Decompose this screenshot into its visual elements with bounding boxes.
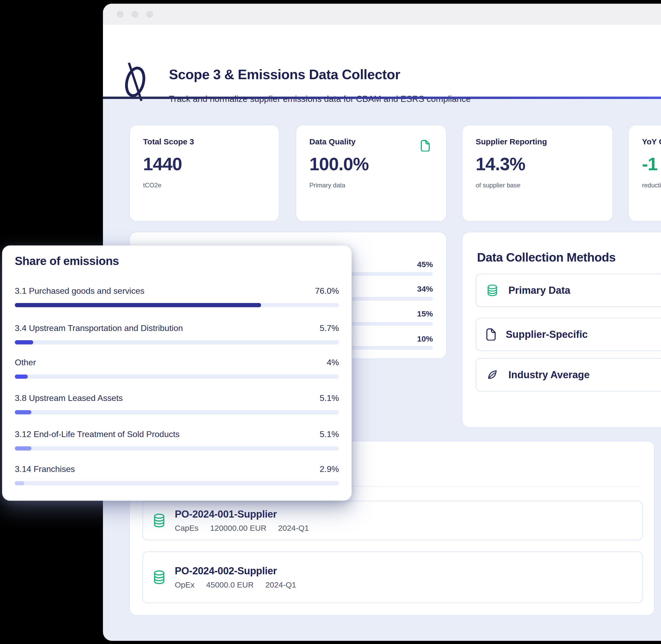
stat-label: YoY Change <box>642 137 661 146</box>
emission-label: 3.14 Franchises <box>15 464 75 474</box>
method-label: Industry Average <box>508 369 590 381</box>
emission-bar-track <box>15 481 339 485</box>
window-close-icon[interactable] <box>117 11 123 18</box>
stat-card-yoy-change: YoY Change -1 reduction <box>628 124 661 222</box>
emission-bar-fill <box>15 481 24 485</box>
emission-bar-track <box>15 410 339 414</box>
share-of-emissions-overlay: Share of emissions 3.1 Purchased goods a… <box>2 246 351 501</box>
emission-bar-fill <box>15 410 31 414</box>
window-minimize-icon[interactable] <box>132 11 138 18</box>
emission-row: 3.4 Upstream Transportation and Distribu… <box>15 323 339 344</box>
method-item-supplier-specific[interactable]: Supplier-Specific <box>476 318 661 351</box>
category-pct-label: 45% <box>417 259 433 270</box>
emission-label: 3.8 Upstream Leased Assets <box>15 393 123 403</box>
stat-sub: of supplier base <box>476 182 599 189</box>
emission-row: 3.8 Upstream Leased Assets 5.1% <box>15 393 339 414</box>
database-icon <box>153 570 166 584</box>
emission-bar-track <box>15 303 339 307</box>
emission-label: 3.4 Upstream Transportation and Distribu… <box>15 323 183 333</box>
po-type: CapEs <box>175 524 199 533</box>
po-period: 2024-Q1 <box>265 580 296 589</box>
emission-bar-track <box>15 446 339 451</box>
emission-value: 76.0% <box>315 286 339 296</box>
emission-value: 2.9% <box>320 464 339 474</box>
emission-row: 3.1 Purchased goods and services 76.0% <box>15 286 339 307</box>
emission-value: 5.1% <box>320 430 339 439</box>
category-pct-label: 15% <box>417 308 433 319</box>
stat-label: Supplier Reporting <box>476 137 599 146</box>
method-item-primary-data[interactable]: Primary Data <box>476 274 661 307</box>
category-pct-label: 10% <box>417 334 433 344</box>
stat-card-supplier-reporting: Supplier Reporting 14.3% of supplier bas… <box>462 124 613 222</box>
method-item-industry-average[interactable]: Industry Average <box>476 358 661 391</box>
emission-bar-fill <box>15 340 33 344</box>
page-subtitle: Track and normalize supplier emissions d… <box>169 94 471 104</box>
emission-value: 5.7% <box>320 323 339 333</box>
po-type: OpEx <box>175 580 195 589</box>
data-collection-methods-card: Data Collection Methods Primary Data Sup… <box>462 232 661 428</box>
overlay-title: Share of emissions <box>15 254 119 268</box>
emission-row: 3.14 Franchises 2.9% <box>15 464 339 485</box>
po-amount: 120000.00 EUR <box>210 524 267 533</box>
stat-sub: reduction <box>642 182 661 189</box>
emission-value: 4% <box>327 358 339 367</box>
emission-bar-fill <box>15 303 261 307</box>
stat-card-total-scope3: Total Scope 3 1440 tCO2e <box>129 124 279 222</box>
emission-label: 3.12 End-of-Life Treatment of Sold Produ… <box>15 430 180 439</box>
emission-bar-fill <box>15 446 31 451</box>
stat-sub: tCO2e <box>143 182 266 189</box>
file-icon <box>421 140 430 152</box>
po-title: PO-2024-001-Supplier <box>175 509 309 520</box>
database-icon <box>486 284 498 296</box>
po-title: PO-2024-002-Supplier <box>175 565 296 577</box>
file-icon <box>486 328 496 341</box>
stat-value: -1 <box>642 154 661 174</box>
emission-bar-track <box>15 340 339 344</box>
stat-label: Data Quality <box>310 137 433 146</box>
method-label: Supplier-Specific <box>506 329 588 340</box>
emission-row: Other 4% <box>15 358 339 379</box>
emission-row: 3.12 End-of-Life Treatment of Sold Produ… <box>15 430 339 451</box>
emission-value: 5.1% <box>320 393 339 403</box>
stat-value: 100.0% <box>310 154 433 174</box>
database-icon <box>153 513 166 528</box>
app-header: Scope 3 & Emissions Data Collector Track… <box>103 25 661 97</box>
stat-label: Total Scope 3 <box>143 137 266 146</box>
po-row-2024-002[interactable]: PO-2024-002-Supplier OpEx 45000.0 EUR 20… <box>142 551 642 603</box>
stat-value: 1440 <box>143 154 266 174</box>
emission-bar-fill <box>15 374 28 379</box>
stat-sub: Primary data <box>310 182 433 189</box>
header-accent-divider <box>103 97 661 99</box>
emission-label: Other <box>15 358 36 367</box>
window-titlebar <box>103 4 661 25</box>
po-row-2024-001[interactable]: PO-2024-001-Supplier CapEs 120000.00 EUR… <box>142 501 642 540</box>
stat-card-data-quality: Data Quality 100.0% Primary data <box>296 124 447 222</box>
stat-value: 14.3% <box>476 154 599 174</box>
section-title: Data Collection Methods <box>477 250 616 264</box>
po-amount: 45000.0 EUR <box>206 580 254 589</box>
emission-label: 3.1 Purchased goods and services <box>15 286 144 296</box>
app-logo-icon <box>123 62 149 102</box>
po-period: 2024-Q1 <box>278 524 309 533</box>
page-title: Scope 3 & Emissions Data Collector <box>169 67 400 82</box>
leaf-icon <box>486 369 498 381</box>
category-pct-label: 34% <box>417 284 433 294</box>
emission-bar-track <box>15 374 339 379</box>
window-maximize-icon[interactable] <box>146 11 153 18</box>
method-label: Primary Data <box>508 285 570 296</box>
